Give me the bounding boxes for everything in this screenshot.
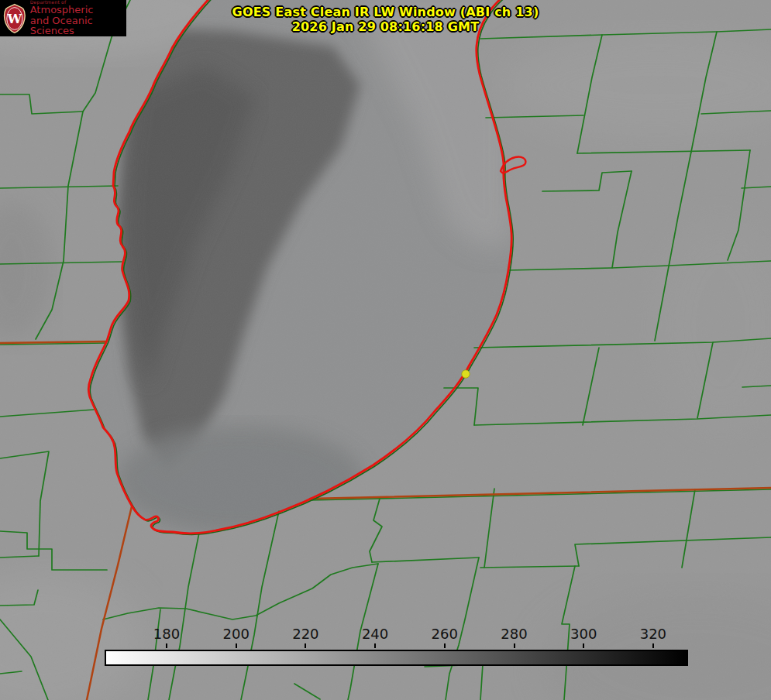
colorbar-tick: [444, 643, 446, 648]
colorbar-gradient: [105, 650, 688, 666]
colorbar-tick-label: 260: [432, 626, 458, 642]
colorbar-tick: [583, 643, 584, 648]
satellite-viewer: W Department of Atmospheric and Oceanic …: [0, 0, 771, 700]
colorbar-tick-label: 200: [223, 626, 250, 642]
colorbar-tick-label: 280: [501, 626, 527, 642]
colorbar-tick-label: 320: [640, 626, 666, 642]
colorbar-tick-label: 300: [570, 626, 597, 642]
sensor-grain-overlay: [0, 0, 771, 700]
uw-aos-logo[interactable]: W Department of Atmospheric and Oceanic …: [0, 0, 126, 36]
colorbar-tick: [374, 643, 376, 648]
colorbar-tick: [236, 643, 237, 648]
colorbar-tick: [166, 643, 167, 648]
colorbar-tick-label: 220: [292, 626, 318, 642]
crest-letter: W: [7, 11, 22, 26]
colorbar-tick: [305, 643, 306, 648]
location-marker: [462, 370, 470, 378]
satellite-image[interactable]: [0, 0, 771, 700]
colorbar-tick: [514, 643, 515, 648]
uw-crest-icon: W: [3, 2, 26, 36]
colorbar-tick-label: 240: [362, 626, 388, 642]
logo-name-line1: Atmospheric: [30, 5, 126, 15]
colorbar-tick-label: 180: [153, 626, 180, 642]
logo-name-line2: and Oceanic Sciences: [30, 15, 126, 36]
colorbar-tick: [652, 643, 654, 648]
logo-text: Department of Atmospheric and Oceanic Sc…: [30, 0, 126, 36]
